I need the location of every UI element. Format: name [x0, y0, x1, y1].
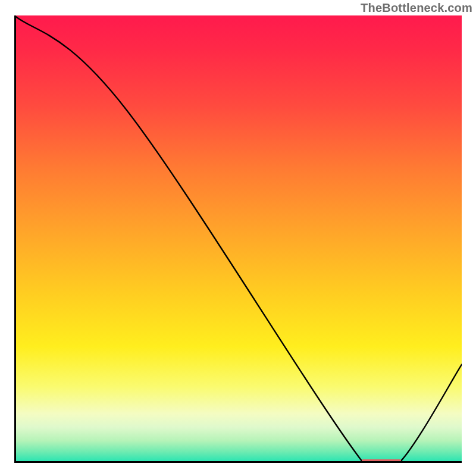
attribution-text: TheBottleneck.com: [361, 1, 472, 15]
curve-svg: [14, 15, 462, 463]
baseline-highlight-marker: [362, 459, 401, 462]
curve-path: [14, 15, 462, 463]
chart-frame: [14, 15, 462, 463]
